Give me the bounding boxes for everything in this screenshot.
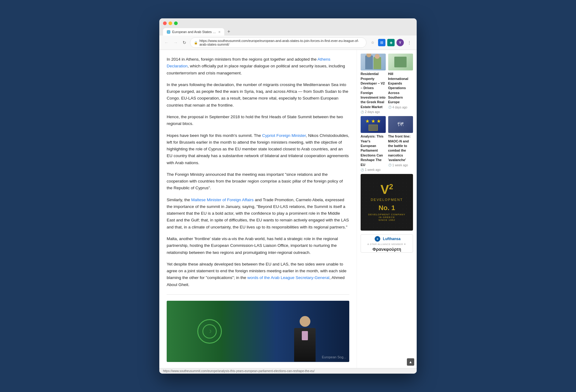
clock-icon-3: 🕐 [361,168,364,172]
address-bar: ← → ↻ 🔒 https://www.southeusummit.com/eu… [159,36,417,50]
star-icon[interactable]: ☆ [369,39,376,46]
browser-chrome: 🌐 European and Arab States To... ✕ + [159,18,417,36]
image-background [167,301,349,362]
sidebar-article-1-title: Residential Property Developer – V2 – Dr… [361,72,386,109]
sidebar-article-4-time: 🕐 1 week ago [388,164,413,167]
article-divider [167,294,349,295]
content-wrapper: In 2014 in Athens, foreign ministers fro… [159,50,417,368]
star-alliance-label: A STAR ALLIANCE MEMBER ✦ [367,243,406,246]
cypriot-fm-link[interactable]: Cypriot Foreign Minister [262,133,306,138]
svg-text:✈: ✈ [376,237,379,241]
paragraph-3: Hence, the proposal in September 2018 to… [167,114,349,127]
tab-favicon: 🌐 [167,30,170,34]
airline-ad-content: ✈ Lufthansa A STAR ALLIANCE MEMBER ✦ Φρα… [363,236,410,252]
extension-icon-2[interactable]: ◈ [387,39,395,46]
arab-league-sg-link[interactable]: words of the Arab League Secretary-Gener… [247,275,329,280]
main-content: In 2014 in Athens, foreign ministers fro… [159,50,357,368]
sidebar-article-2-image [388,54,413,70]
paragraph-8: Yet despite these already developed ties… [167,261,349,288]
arab-league-logo: ☽ [197,319,222,344]
greek-text-display: Φρανκφούρτη [373,247,401,252]
speaker-silhouette [291,313,319,362]
clock-icon-2: 🕐 [388,106,392,109]
article-body: In 2014 in Athens, foreign ministers fro… [167,56,349,288]
paragraph-6: Similarly, the Maltese Minister of Forei… [167,197,349,231]
clock-icon-1: 🕐 [361,111,364,114]
status-url: https://www.southeusummit.com/europe/ana… [163,369,315,373]
sidebar: Residential Property Developer – V2 – Dr… [357,50,417,368]
profile-avatar[interactable]: Y [396,39,404,46]
browser-window: 🌐 European and Arab States To... ✕ + ← →… [159,18,417,374]
url-bar[interactable]: 🔒 https://www.southeusummit.com/europe/e… [190,37,366,48]
athens-declaration-link[interactable]: Athens Declaration [167,57,330,68]
article-image-content: ☽ European Sog... [167,301,349,362]
sidebar-article-pair-1: Residential Property Developer – V2 – Dr… [361,54,413,114]
close-button[interactable] [163,21,167,25]
airline-advertisement[interactable]: ✈ Lufthansa A STAR ALLIANCE MEMBER ✦ Φρα… [361,234,413,253]
back-button[interactable]: ← [163,40,170,46]
status-bar: https://www.southeusummit.com/europe/ana… [159,368,417,374]
sidebar-article-1[interactable]: Residential Property Developer – V2 – Dr… [361,54,386,114]
sidebar-article-2-title: Hill International Expands Operations Ac… [388,72,413,105]
ad-subtitle: DEVELOPMENT COMPANY IN GREECE SINCE 1962 [367,213,407,221]
airline-name: Lufthansa [383,237,400,241]
paragraph-1: In 2014 in Athens, foreign ministers fro… [167,56,349,77]
lock-icon: 🔒 [194,41,198,44]
new-tab-button[interactable]: + [225,28,233,36]
minimize-button[interactable] [169,21,172,25]
sidebar-article-1-time: 🕐 2 days ago [361,110,386,114]
paragraph-4: Hopes have been high for this month's su… [167,132,349,166]
sidebar-article-1-image [361,54,386,70]
paragraph-5: The Foreign Ministry announced that the … [167,171,349,192]
sidebar-article-3-time: 🕐 1 week ago [361,168,386,172]
lufthansa-crane-icon: ✈ [373,236,382,242]
svg-text:☽: ☽ [208,329,212,334]
person-figure-2 [373,57,381,69]
speaker-tie [302,331,308,340]
traffic-lights [163,21,413,25]
ad-development-label: DEVELOPMENT [371,198,403,202]
tab-bar: 🌐 European and Arab States To... ✕ + [163,28,413,36]
image-caption-overlay: European Sog... [322,355,346,359]
extension-icon-1[interactable]: ⊞ [378,39,385,46]
paragraph-7: Malta, another 'frontline' state vis-a-v… [167,236,349,256]
eu-stars-icon: ★ ★ ★ [365,118,381,124]
person-figure-1 [365,55,373,69]
sidebar-article-3-image: ★ ★ ★ [361,116,386,133]
v2-advertisement[interactable]: V2 DEVELOPMENT No. 1 DEVELOPMENT COMPANY… [361,174,413,231]
clock-icon-4: 🕐 [388,164,392,167]
sidebar-article-4-image: 🗺 [388,116,413,133]
hill-building [394,57,407,67]
sidebar-article-2-time: 🕐 4 days ago [388,106,413,109]
speaker-head [300,316,310,327]
maximize-button[interactable] [174,21,178,25]
tab-title: European and Arab States To... [172,30,216,34]
url-text: https://www.southeusummit.com/europe/eur… [199,39,362,46]
ad-no1-label: No. 1 [379,204,395,212]
toolbar-icons: ☆ ⊞ ◈ Y ⋮ [369,39,413,46]
sidebar-article-3[interactable]: ★ ★ ★ Analysis: This Year's European Par… [361,116,386,172]
speaker-body [294,328,316,362]
eu-flag-display: ★ ★ ★ [365,118,381,131]
browser-content: In 2014 in Athens, foreign ministers fro… [159,50,417,368]
map-icon: 🗺 [397,121,404,128]
hill-image-bg [389,55,412,69]
sidebar-article-4-title: The front line: MAOC-N and the battle to… [388,134,413,162]
sidebar-article-pair-2: ★ ★ ★ Analysis: This Year's European Par… [361,116,413,172]
ad-v2-logo: V2 [381,183,393,196]
forward-button[interactable]: → [172,40,179,46]
menu-icon[interactable]: ⋮ [406,39,413,46]
active-tab[interactable]: 🌐 European and Arab States To... ✕ [163,28,224,36]
sidebar-article-2[interactable]: Hill International Expands Operations Ac… [388,54,413,114]
eu-flag-rect [369,125,378,131]
tab-close-button[interactable]: ✕ [218,30,221,34]
airline-logo-row: ✈ Lufthansa [373,236,400,242]
article-image: ☽ European Sog... [167,301,349,362]
paragraph-2: In the years following the declaration, … [167,81,349,109]
maltese-minister-link[interactable]: Maltese Minister of Foreign Affairs [191,198,254,202]
sidebar-article-3-title: Analysis: This Year's European Parliamen… [361,134,386,167]
scroll-to-top-button[interactable]: ▲ [407,358,414,366]
sidebar-article-4[interactable]: 🗺 The front line: MAOC-N and the battle … [388,116,413,172]
refresh-button[interactable]: ↻ [181,40,188,46]
